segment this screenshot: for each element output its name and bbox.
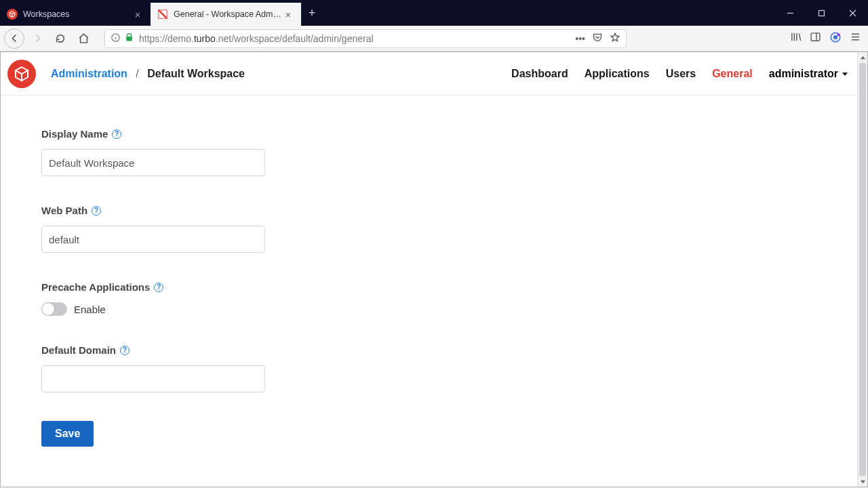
lock-icon xyxy=(125,33,134,44)
forward-button[interactable] xyxy=(27,28,47,49)
breadcrumb-current: Default Workspace xyxy=(147,68,245,79)
tab-title: General - Workspace Administ xyxy=(174,9,283,19)
user-dropdown[interactable]: administrator xyxy=(769,68,848,80)
address-bar[interactable]: https://demo.turbo.net/workspace/default… xyxy=(104,29,627,48)
field-precache: Precache Applications ? Enable xyxy=(41,281,502,316)
tab-strip: Workspaces × General - Workspace Adminis… xyxy=(0,0,774,26)
field-web-path: Web Path ? xyxy=(41,205,502,253)
header-nav: Dashboard Applications Users General xyxy=(511,68,753,80)
close-icon[interactable]: × xyxy=(283,9,294,20)
close-window-button[interactable] xyxy=(837,0,868,26)
browser-tab-workspaces[interactable]: Workspaces × xyxy=(0,3,151,26)
page-actions-icon[interactable]: ••• xyxy=(575,33,585,44)
browser-tab-general[interactable]: General - Workspace Administ × xyxy=(151,3,301,26)
nav-users[interactable]: Users xyxy=(666,68,696,80)
svg-rect-3 xyxy=(126,37,132,41)
brand-logo-icon[interactable] xyxy=(7,60,36,88)
new-tab-button[interactable]: + xyxy=(301,0,323,26)
site-identity[interactable] xyxy=(111,33,134,45)
precache-toggle[interactable] xyxy=(41,302,67,316)
minimize-button[interactable] xyxy=(774,0,806,26)
menu-hamburger-icon[interactable] xyxy=(850,31,861,45)
sidebar-icon[interactable] xyxy=(810,31,821,45)
display-name-input[interactable] xyxy=(41,149,265,176)
nav-applications[interactable]: Applications xyxy=(585,68,650,80)
url-text: https://demo.turbo.net/workspace/default… xyxy=(139,33,570,44)
default-domain-input[interactable] xyxy=(41,365,265,392)
breadcrumb-separator: / xyxy=(136,68,138,79)
info-icon xyxy=(111,33,121,45)
close-icon[interactable]: × xyxy=(132,9,143,20)
help-icon[interactable]: ? xyxy=(154,283,163,292)
window-controls xyxy=(774,0,868,26)
svg-rect-4 xyxy=(811,33,820,41)
pocket-icon[interactable] xyxy=(592,32,603,45)
vertical-scrollbar[interactable] xyxy=(857,52,867,487)
user-label: administrator xyxy=(769,68,838,80)
app-header: Administration / Default Workspace Dashb… xyxy=(1,52,857,96)
tab-title: Workspaces xyxy=(23,9,132,19)
reload-button[interactable] xyxy=(50,28,71,49)
web-path-label: Web Path xyxy=(41,205,87,216)
web-path-input[interactable] xyxy=(41,226,265,253)
page-viewport: Administration / Default Workspace Dashb… xyxy=(0,52,868,487)
default-domain-label: Default Domain xyxy=(41,344,116,356)
cube-icon xyxy=(7,9,18,20)
window-titlebar: Workspaces × General - Workspace Adminis… xyxy=(0,0,868,26)
help-icon[interactable]: ? xyxy=(112,129,121,139)
svg-point-7 xyxy=(837,33,840,37)
nav-dashboard[interactable]: Dashboard xyxy=(511,68,568,80)
home-button[interactable] xyxy=(73,28,94,49)
field-default-domain: Default Domain ? xyxy=(41,344,502,392)
scroll-up-icon[interactable] xyxy=(858,52,867,63)
breadcrumb-root-link[interactable]: Administration xyxy=(51,68,127,79)
scroll-thumb[interactable] xyxy=(859,63,866,476)
general-settings-form: Display Name ? Web Path ? Precache Appli… xyxy=(1,96,543,479)
app-icon xyxy=(157,9,168,20)
svg-rect-1 xyxy=(818,10,824,16)
scroll-down-icon[interactable] xyxy=(858,476,867,487)
help-icon[interactable]: ? xyxy=(120,346,130,355)
precache-toggle-text: Enable xyxy=(74,304,106,315)
browser-toolbar: https://demo.turbo.net/workspace/default… xyxy=(0,26,868,52)
nav-general[interactable]: General xyxy=(712,68,753,80)
save-button[interactable]: Save xyxy=(41,421,94,447)
breadcrumb: Administration / Default Workspace xyxy=(51,68,245,80)
back-button[interactable] xyxy=(4,28,24,49)
display-name-label: Display Name xyxy=(41,128,108,140)
extension-icon[interactable] xyxy=(829,31,842,46)
help-icon[interactable]: ? xyxy=(92,206,101,216)
maximize-button[interactable] xyxy=(806,0,837,26)
svg-point-6 xyxy=(833,35,837,39)
chevron-down-icon xyxy=(842,73,848,76)
library-icon[interactable] xyxy=(790,31,802,45)
precache-label: Precache Applications xyxy=(41,281,150,293)
field-display-name: Display Name ? xyxy=(41,128,502,176)
bookmark-star-icon[interactable] xyxy=(610,32,620,45)
